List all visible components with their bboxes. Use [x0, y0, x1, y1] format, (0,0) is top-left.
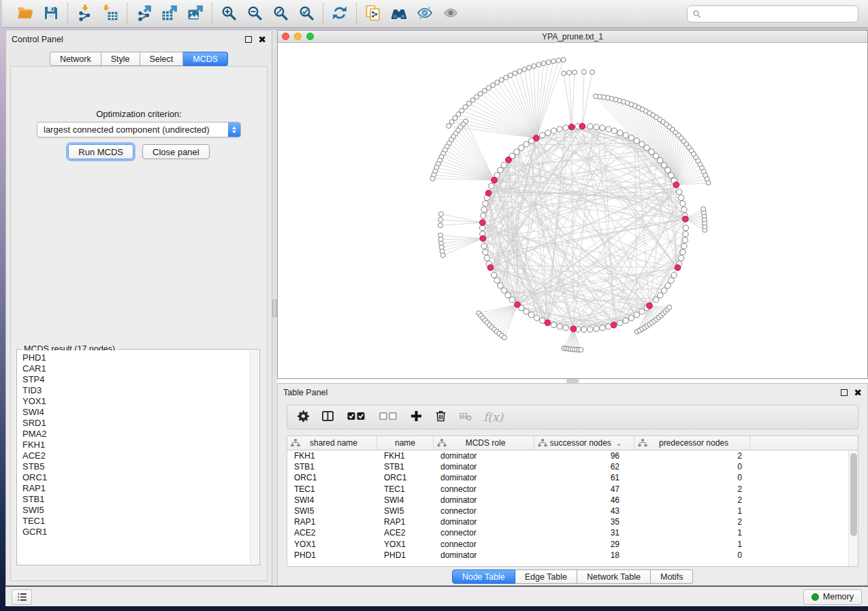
search-box[interactable]	[687, 5, 858, 22]
mcds-result-item[interactable]: CAR1	[22, 363, 250, 374]
status-menu-button[interactable]	[12, 589, 32, 605]
mcds-result-item[interactable]: RAP1	[22, 483, 250, 494]
table-row[interactable]: RAP1RAP1dominator352	[287, 516, 848, 527]
cell-shared-name: SWI4	[287, 495, 377, 505]
duplicate-network-button[interactable]	[362, 3, 384, 24]
tab-select[interactable]: Select	[140, 52, 184, 66]
network-canvas[interactable]	[278, 44, 867, 378]
network-graph[interactable]	[278, 44, 867, 378]
column-header-name[interactable]: name	[377, 436, 434, 450]
optimization-criterion-value: largest connected component (undirected)	[44, 125, 210, 135]
close-table-panel-icon[interactable]: ✖	[854, 389, 862, 396]
column-layout-icon	[321, 410, 334, 425]
table-row[interactable]: SWI4SWI4dominator462	[287, 495, 848, 506]
mcds-result-item[interactable]: PMA2	[22, 429, 250, 440]
table-row[interactable]: ACE2ACE2connector311	[287, 527, 848, 538]
select-all-button[interactable]	[346, 410, 366, 424]
export-network-button[interactable]	[133, 3, 155, 24]
table-scrollbar[interactable]	[848, 450, 858, 566]
cell-shared-name: FKH1	[287, 451, 377, 461]
import-network-button[interactable]	[74, 3, 95, 24]
vertical-splitter[interactable]	[272, 30, 277, 586]
column-header-shared-name[interactable]: shared name	[287, 436, 377, 450]
status-bar: Memory	[5, 587, 868, 606]
column-header-predecessor-nodes[interactable]: predecessor nodes	[634, 436, 750, 450]
cell-name: FKH1	[377, 451, 434, 461]
dropdown-stepper-icon	[228, 122, 240, 137]
mcds-result-item[interactable]: SWI5	[22, 505, 250, 516]
add-column-button[interactable]	[410, 410, 423, 425]
first-neighbors-button[interactable]	[388, 3, 410, 24]
mcds-result-item[interactable]: TID3	[22, 385, 250, 396]
export-table-button[interactable]	[159, 3, 180, 24]
delete-column-button[interactable]	[434, 410, 447, 425]
zoom-in-button[interactable]	[218, 3, 240, 24]
cell-shared-name: PHD1	[287, 550, 377, 560]
open-session-button[interactable]	[14, 3, 36, 24]
table-settings-button[interactable]	[297, 410, 310, 425]
table-row[interactable]: TEC1TEC1connector472	[287, 484, 848, 495]
tab-motifs[interactable]: Motifs	[651, 569, 693, 584]
zoom-selected-button[interactable]	[295, 3, 317, 24]
mcds-result-item[interactable]: SWI4	[22, 407, 250, 418]
cell-shared-name: SWI5	[287, 506, 377, 516]
tab-style[interactable]: Style	[101, 52, 140, 66]
mcds-result-item[interactable]: PHD1	[22, 352, 250, 363]
hide-selected-button[interactable]	[414, 3, 436, 24]
memory-button[interactable]: Memory	[803, 589, 862, 605]
delete-table-button	[459, 410, 472, 425]
table-row[interactable]: STB1STB1dominator620	[287, 461, 848, 472]
table-row[interactable]: PHD1PHD1dominator180	[287, 550, 848, 561]
mcds-result-scrollbar[interactable]	[250, 350, 259, 564]
table-row[interactable]: SWI5SWI5connector431	[287, 506, 848, 516]
tab-network[interactable]: Network	[50, 52, 101, 66]
run-mcds-button[interactable]: Run MCDS	[68, 144, 133, 159]
column-layout-button[interactable]	[321, 410, 334, 425]
table-row[interactable]: FKH1FKH1dominator962	[287, 450, 848, 461]
mcds-result-item[interactable]: STB5	[22, 461, 250, 472]
table-scrollbar-thumb[interactable]	[850, 453, 857, 536]
tab-edge-table[interactable]: Edge Table	[515, 569, 577, 584]
column-header-MCDS-role[interactable]: MCDS role	[434, 436, 534, 450]
mcds-result-item[interactable]: STB1	[22, 494, 250, 505]
optimization-criterion-select[interactable]: largest connected component (undirected)	[37, 122, 241, 137]
deselect-all-button[interactable]	[378, 410, 398, 424]
node-table: shared namenameMCDS rolesuccessor nodes⌄…	[287, 435, 858, 567]
duplicate-network-icon	[365, 5, 381, 23]
refresh-button[interactable]	[329, 3, 351, 24]
mcds-result-item[interactable]: FKH1	[22, 440, 250, 450]
tab-node-table[interactable]: Node Table	[452, 569, 515, 584]
float-table-panel-icon[interactable]	[841, 389, 848, 396]
mcds-result-item[interactable]: TEC1	[22, 516, 250, 527]
table-header-row: shared namenameMCDS rolesuccessor nodes⌄…	[287, 436, 858, 450]
mcds-result-item[interactable]: SRD1	[22, 418, 250, 429]
memory-label: Memory	[823, 592, 854, 601]
cell-predecessor-nodes: 1	[634, 540, 750, 549]
mcds-result-item[interactable]: ORC1	[22, 472, 250, 483]
vertical-splitter-grip[interactable]	[272, 299, 277, 317]
table-row[interactable]: ORC1ORC1dominator610	[287, 472, 848, 483]
close-panel-button[interactable]: Close panel	[142, 144, 210, 159]
mcds-result-list[interactable]: PHD1CAR1STP4TID3YOX1SWI4SRD1PMA2FKH1ACE2…	[18, 350, 250, 564]
cell-successor-nodes: 29	[534, 540, 634, 549]
export-image-icon	[187, 5, 204, 23]
tab-mcds[interactable]: MCDS	[183, 52, 228, 66]
cell-MCDS-role: dominator	[434, 473, 534, 482]
save-session-button[interactable]	[40, 3, 62, 24]
cell-name: YOX1	[377, 540, 434, 549]
zoom-fit-button[interactable]	[270, 3, 291, 24]
show-gray-eye-button[interactable]	[440, 3, 462, 24]
tab-network-table[interactable]: Network Table	[577, 569, 651, 584]
float-panel-icon[interactable]	[245, 36, 252, 43]
mcds-result-item[interactable]: YOX1	[22, 396, 250, 407]
column-header-successor-nodes[interactable]: successor nodes⌄	[534, 436, 634, 450]
table-row[interactable]: YOX1YOX1connector291	[287, 539, 848, 550]
import-table-button[interactable]	[99, 3, 121, 24]
mcds-result-item[interactable]: STP4	[22, 374, 250, 385]
zoom-out-button[interactable]	[244, 3, 266, 24]
mcds-result-item[interactable]: GCR1	[22, 527, 250, 538]
export-image-button[interactable]	[184, 3, 206, 24]
search-input[interactable]	[705, 9, 853, 18]
close-panel-icon[interactable]: ✖	[258, 36, 266, 43]
mcds-result-item[interactable]: ACE2	[22, 450, 250, 461]
